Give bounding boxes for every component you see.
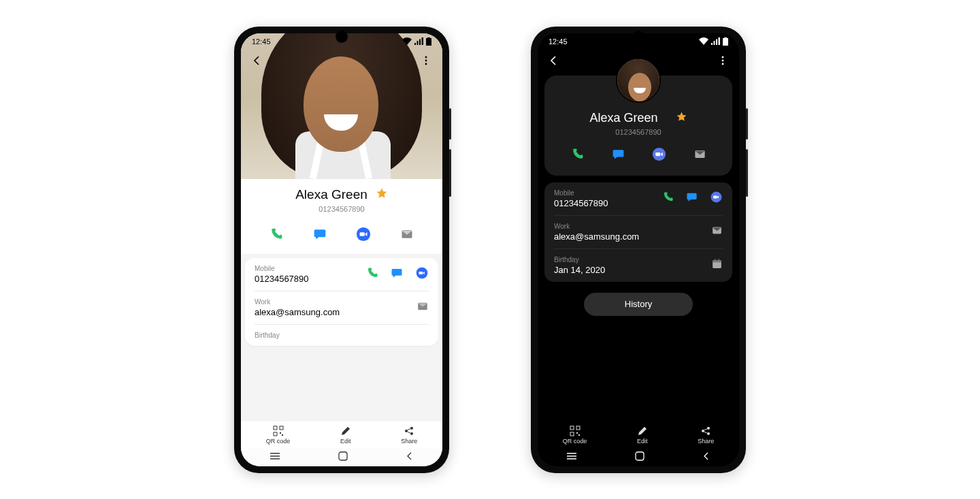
email-button[interactable] (691, 146, 708, 163)
nav-home[interactable] (338, 451, 348, 464)
svg-point-2 (425, 63, 427, 65)
svg-rect-12 (280, 432, 281, 434)
back-button[interactable] (248, 51, 267, 70)
clock: 12:45 (252, 37, 271, 46)
birthday-row[interactable]: Birthday Jan 14, 2020 (554, 249, 723, 282)
recents-icon (269, 451, 281, 461)
share-button[interactable]: Share (401, 425, 417, 445)
birthday-value: Jan 14, 2020 (554, 265, 605, 275)
star-icon (676, 111, 687, 123)
row-email-button[interactable] (711, 225, 723, 239)
row-call-button[interactable] (366, 267, 378, 282)
svg-rect-39 (636, 452, 644, 460)
status-bar: 12:45 (241, 33, 442, 50)
star-icon (376, 187, 388, 199)
video-call-button[interactable] (650, 146, 668, 163)
row-message-button[interactable] (686, 191, 698, 206)
row-video-button[interactable] (415, 266, 429, 283)
svg-rect-7 (419, 271, 423, 274)
svg-rect-25 (713, 196, 717, 199)
work-email-row[interactable]: Work alexa@samsung.com (554, 216, 723, 249)
svg-rect-31 (570, 426, 574, 430)
nav-back[interactable] (702, 451, 711, 464)
mobile-value: 01234567890 (255, 274, 309, 284)
row-email-button[interactable] (416, 300, 429, 315)
contact-name: Alexa Green (295, 187, 368, 202)
qr-code-button[interactable]: QR code (563, 425, 587, 445)
qr-code-button[interactable]: QR code (266, 425, 291, 445)
nav-recents[interactable] (566, 451, 578, 464)
nav-back-icon (702, 451, 711, 461)
svg-rect-11 (274, 432, 277, 436)
row-video-button[interactable] (710, 191, 723, 206)
edit-button[interactable]: Edit (637, 425, 648, 445)
phone-icon (662, 191, 674, 203)
nav-home[interactable] (634, 451, 645, 464)
svg-point-18 (722, 56, 724, 58)
history-button[interactable]: History (584, 293, 693, 316)
birthday-label: Birthday (554, 256, 605, 263)
work-email-row[interactable]: Work alexa@samsung.com (255, 291, 429, 325)
mobile-row[interactable]: Mobile 01234567890 (554, 182, 723, 216)
video-icon (652, 147, 666, 161)
signal-icon (711, 37, 720, 45)
signal-icon (414, 37, 423, 45)
svg-rect-33 (570, 432, 574, 436)
svg-rect-9 (274, 426, 277, 430)
svg-point-15 (410, 427, 413, 430)
more-button[interactable] (416, 51, 436, 70)
message-icon (313, 227, 327, 241)
back-button[interactable] (544, 51, 564, 70)
clock: 12:45 (549, 37, 568, 46)
share-icon (404, 425, 414, 436)
svg-rect-17 (339, 452, 347, 460)
svg-point-16 (410, 432, 413, 435)
favorite-toggle[interactable] (676, 111, 687, 125)
message-button[interactable] (311, 225, 329, 243)
favorite-toggle[interactable] (376, 187, 388, 202)
email-button[interactable] (398, 225, 416, 243)
share-button[interactable]: Share (698, 425, 714, 445)
more-vertical-icon (421, 55, 431, 66)
svg-rect-35 (578, 434, 580, 436)
svg-point-19 (722, 59, 724, 61)
nav-back[interactable] (405, 451, 414, 464)
share-label: Share (698, 438, 714, 445)
history-label: History (625, 299, 652, 309)
mail-icon (400, 227, 414, 241)
contact-name: Alexa Green (589, 111, 657, 125)
message-button[interactable] (609, 146, 627, 163)
chevron-left-icon (252, 55, 263, 66)
nav-recents[interactable] (269, 451, 281, 464)
home-icon (634, 451, 645, 462)
wifi-icon (402, 37, 412, 45)
message-icon (612, 148, 625, 161)
edit-button[interactable]: Edit (340, 425, 351, 445)
row-calendar-button[interactable] (711, 258, 723, 272)
calendar-icon (711, 258, 723, 270)
mobile-row[interactable]: Mobile 01234567890 (255, 258, 429, 291)
row-call-button[interactable] (662, 191, 674, 206)
qr-icon (273, 425, 284, 436)
qr-icon (570, 425, 581, 436)
message-icon (686, 191, 698, 203)
birthday-row[interactable]: Birthday (255, 325, 429, 346)
mail-icon (693, 148, 706, 161)
battery-icon (426, 37, 431, 46)
call-button[interactable] (267, 225, 285, 243)
pencil-icon (340, 425, 351, 436)
qr-label: QR code (563, 438, 587, 445)
more-button[interactable] (713, 51, 732, 70)
svg-rect-29 (715, 259, 715, 261)
video-call-button[interactable] (355, 225, 372, 243)
work-label: Work (554, 223, 639, 230)
video-icon (356, 227, 371, 242)
svg-point-1 (425, 59, 427, 61)
svg-rect-4 (360, 232, 365, 236)
svg-rect-10 (280, 426, 283, 430)
svg-rect-32 (576, 426, 580, 430)
mail-icon (416, 300, 429, 312)
call-button[interactable] (568, 146, 586, 163)
row-message-button[interactable] (391, 267, 403, 282)
message-icon (391, 267, 403, 279)
